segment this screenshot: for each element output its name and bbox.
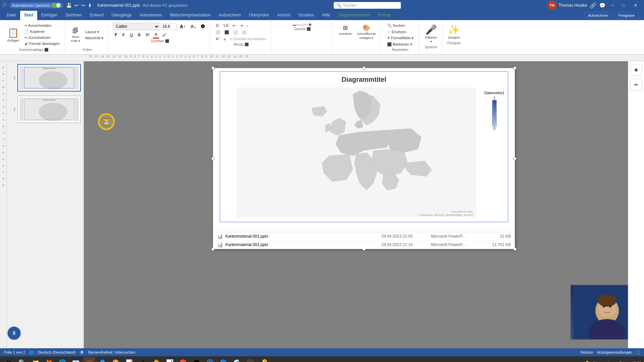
slide-thumb-1[interactable]: Diagrammtitel [17, 64, 81, 92]
zuruecksetzen-button[interactable]: ↩ Zurücksetzen [22, 35, 62, 41]
anordnen-button[interactable]: ⊞ Anordnen [337, 23, 354, 41]
taskbar-paint[interactable]: 🎨 [110, 357, 122, 362]
notizen-button[interactable]: Notizen [581, 350, 593, 354]
line-spacing-button[interactable]: ↕ [245, 23, 251, 28]
taskbar-app6[interactable]: 🔵 [217, 357, 229, 362]
taskbar-powerpoint[interactable]: 💼 [83, 357, 95, 362]
file-row-1[interactable]: 📊 Kartenmaterial 001.pptx 28.04.2023 21:… [213, 232, 515, 241]
layout-button[interactable]: Layout ▾ [83, 29, 106, 35]
taskbar-app2[interactable]: 📊 [164, 357, 176, 362]
font-size-input[interactable] [161, 23, 177, 30]
tab-entwurf[interactable]: Entwurf [86, 11, 108, 20]
taskbar-app5[interactable]: 🌀 [204, 357, 216, 362]
taskbar-app7[interactable]: ⬛ [244, 357, 256, 362]
taskbar-app4[interactable]: ⬤ [191, 357, 203, 362]
taskbar-teams[interactable]: 🔷 [97, 357, 109, 362]
ausschneiden-button[interactable]: ✂ Ausschneiden [22, 23, 62, 28]
taskbar-app8[interactable]: 🔑 [258, 357, 270, 362]
align-center-button[interactable]: ⬛ [223, 29, 231, 35]
neue-folie-button[interactable]: 🗐 Neue Folie ▾ [69, 26, 82, 44]
tab-hilfe[interactable]: Hilfe [318, 11, 334, 20]
abschnitt-button[interactable]: Abschnitt ▾ [83, 35, 106, 41]
text-direction-button[interactable]: Aᵀ [214, 36, 221, 42]
tab-ansicht[interactable]: Ansicht [273, 11, 294, 20]
decrease-indent-button[interactable]: ⇤ [231, 23, 237, 28]
tab-start[interactable]: Start [20, 11, 37, 20]
autosave-switch[interactable] [51, 3, 61, 8]
tab-zeichnen[interactable]: Zeichnen [61, 11, 86, 20]
search-box[interactable]: 🔍 Suchen [334, 2, 401, 9]
comments-icon[interactable]: 💬 [599, 2, 606, 9]
clear-format-button[interactable]: 🅐 [199, 23, 207, 30]
file-row-2[interactable]: 📊 Kartenmaterial 001.pptx 28.04.2023 21:… [213, 241, 515, 249]
handle-top-center[interactable] [362, 66, 366, 70]
designer-button[interactable]: ✨ Designer [446, 23, 462, 41]
start-button[interactable]: ⊞ [3, 357, 15, 362]
align-right-button[interactable]: ⬜ [231, 29, 239, 35]
bold-button[interactable]: F [113, 32, 119, 38]
accessibility-label[interactable]: Barrierefreiheit: Untersuchen [88, 350, 136, 354]
handle-middle-left[interactable] [211, 157, 215, 160]
search-taskbar-button[interactable]: 🔍 [16, 357, 28, 362]
tab-uebergaenge[interactable]: Übergänge [108, 11, 136, 20]
font-family-select[interactable]: Calibri [113, 23, 160, 30]
handle-top-right[interactable] [513, 66, 517, 70]
numbered-list-button[interactable]: 1☰ [221, 23, 230, 28]
undo-icon[interactable]: ↩ [74, 3, 78, 8]
design-button[interactable]: ✏ [630, 79, 642, 91]
more-icon[interactable]: ⬇ [88, 3, 92, 8]
tab-aufzeichnen[interactable]: Aufzeichnen [215, 11, 245, 20]
taskbar-telegram[interactable]: ✈ [137, 357, 149, 362]
taskbar-chrome[interactable]: 🌐 [56, 357, 68, 362]
fullscreen-button[interactable]: ⛶ [636, 350, 640, 354]
italic-button[interactable]: K [120, 32, 127, 38]
align-left-button[interactable]: ⬜ [214, 29, 222, 35]
ersetzen-button[interactable]: ↔ Ersetzen [385, 29, 416, 35]
add-element-button[interactable]: + [630, 64, 642, 76]
underline-button[interactable]: U [128, 32, 135, 38]
slide-thumb-2[interactable]: Diagrammtitel [17, 96, 81, 123]
format-uebertragen-button[interactable]: 🖌 Format übertragen [22, 41, 62, 46]
taskbar-firefox[interactable]: 🦊 [43, 357, 55, 362]
tab-dictation[interactable]: Dictation [294, 11, 318, 20]
handle-top-left[interactable] [211, 66, 215, 70]
chart-area[interactable]: Diagrammtitel [220, 71, 508, 222]
handle-middle-right[interactable] [513, 157, 517, 160]
suchen-button[interactable]: 🔍 Suchen [385, 23, 416, 28]
decrease-font-button[interactable]: A↓ [189, 23, 198, 30]
formeffekte-button[interactable]: ✦ Formeffekte ▾ [385, 35, 416, 41]
taskbar-app3[interactable]: 🔴 [177, 357, 189, 362]
redo-icon[interactable]: ↪ [81, 3, 85, 8]
taskbar-explorer[interactable]: 📁 [30, 357, 42, 362]
canvas-area[interactable]: ⏳ Diagrammtitel [84, 61, 644, 348]
tab-einfuegen[interactable]: Einfügen [37, 11, 61, 20]
taskbar-onenote[interactable]: 📝 [123, 357, 136, 362]
kopieren-button[interactable]: 📄 Kopieren [22, 29, 62, 35]
taskbar-edge[interactable]: 🌊 [231, 357, 243, 362]
tab-format[interactable]: Format [374, 11, 395, 20]
tab-animationen[interactable]: Animationen [136, 11, 166, 20]
notification-icon[interactable]: 🔔 [584, 360, 590, 362]
text-align-button[interactable]: ≡ [222, 36, 227, 42]
freigeben-button[interactable]: Freigeben [614, 12, 639, 19]
markieren-button[interactable]: ⬛ Markieren ▾ [385, 42, 416, 47]
increase-font-button[interactable]: A↑ [178, 23, 187, 30]
tab-diagrammentwurf[interactable]: Diagrammentwurf [334, 11, 374, 20]
close-button[interactable]: ✕ [630, 2, 641, 9]
taskbar-outlook[interactable]: 📧 [70, 357, 82, 362]
align-justify-button[interactable]: ⬜ [240, 29, 248, 35]
save-icon[interactable]: 💾 [66, 3, 72, 8]
autosave-toggle[interactable]: Automatisches Speichern [9, 2, 63, 8]
aufzeichnen-button[interactable]: Aufzeichnen [584, 12, 612, 19]
highlight-button[interactable]: 🖊 [160, 32, 168, 38]
strikethrough-button[interactable]: S [136, 32, 143, 38]
taskbar-app1[interactable]: 🔶 [150, 357, 162, 362]
anzeigeeinstellungen-button[interactable]: Anzeigeeinstellungen [597, 350, 632, 354]
smartart-button[interactable]: In SmartArt konvertieren [228, 36, 268, 42]
tab-ueberpruefen[interactable]: Überprüfen [245, 11, 273, 20]
font-color-button[interactable]: A [153, 31, 159, 39]
einfuegen-button[interactable]: 📋 Einfügen [5, 26, 21, 44]
slide-canvas[interactable]: Diagrammtitel [213, 68, 515, 249]
increase-indent-button[interactable]: ⇥ [238, 23, 245, 28]
tab-datei[interactable]: Datei [3, 11, 20, 20]
